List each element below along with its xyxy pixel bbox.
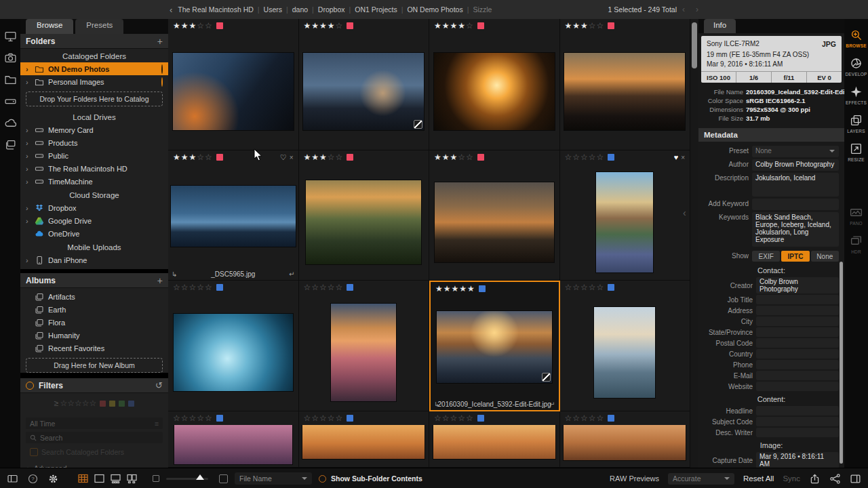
color-label[interactable] (477, 22, 484, 29)
chevron-right-icon[interactable]: › (26, 178, 31, 186)
photo-thumbnail[interactable] (174, 425, 292, 464)
share-icon[interactable] (829, 473, 841, 485)
subfolder-radio-icon[interactable] (319, 475, 326, 483)
mobile-device-item[interactable]: ›Dan iPhone (20, 253, 168, 266)
like-heart-icon[interactable]: ♥ (674, 153, 679, 161)
photo-thumbnail[interactable] (173, 53, 294, 130)
color-label[interactable] (479, 285, 486, 292)
settings-gear-icon[interactable] (47, 473, 59, 485)
drop-folders-target[interactable]: Drop Your Folders Here to Catalog (26, 92, 163, 106)
field-input[interactable]: Mar 9, 2016 • 8:16:11 AM (756, 452, 839, 468)
photo-cell[interactable]: ☆☆☆☆☆ (429, 411, 560, 468)
star-rating[interactable]: ★★★☆☆ (173, 21, 213, 30)
view-compare-icon[interactable] (126, 473, 138, 485)
new-album-drop-target[interactable]: Drag Here for New Album (26, 358, 163, 373)
color-label[interactable] (347, 284, 353, 291)
module-layers[interactable]: LAYERS (847, 114, 865, 134)
chevron-right-icon[interactable]: › (26, 65, 31, 73)
breadcrumb-item[interactable]: Sizzle (473, 5, 492, 14)
color-label[interactable] (216, 22, 223, 29)
chevron-right-icon[interactable]: › (26, 139, 31, 147)
show-option-exif[interactable]: EXIF (752, 251, 780, 262)
chevron-right-icon[interactable]: › (26, 204, 31, 212)
photo-cell[interactable]: ★★★★★↳20160309_Iceland_5392-Edit-Edit.jp… (429, 281, 560, 411)
slider-thumb[interactable] (196, 474, 204, 480)
view-photo-icon[interactable] (94, 473, 105, 485)
module-effects[interactable]: EFFECTS (846, 85, 867, 105)
metadata-header[interactable]: Metadata (698, 128, 844, 142)
help-icon[interactable]: ? (27, 473, 39, 485)
photo-thumbnail[interactable] (437, 311, 552, 383)
metadata-scrollbar-thumb[interactable] (840, 262, 843, 464)
shared-folder-icon[interactable] (4, 73, 17, 86)
drive-item[interactable]: ›Products (20, 136, 168, 149)
prev-photo-icon[interactable]: ‹ (682, 5, 685, 14)
photo-thumbnail[interactable] (435, 182, 554, 262)
albums-header[interactable]: Albums + (20, 273, 168, 288)
star-rating[interactable]: ★★★☆☆ (304, 152, 344, 162)
display-icon[interactable] (4, 30, 17, 43)
field-input[interactable] (756, 338, 839, 348)
chevron-right-icon[interactable]: › (26, 165, 31, 173)
breadcrumb-item[interactable]: Dropbox (318, 5, 345, 14)
photo-thumbnail[interactable] (302, 425, 425, 459)
color-label[interactable] (608, 22, 614, 29)
field-input[interactable] (756, 371, 839, 380)
color-label[interactable] (608, 284, 614, 291)
field-input[interactable] (756, 417, 839, 426)
module-hdr[interactable]: HDR (850, 235, 863, 254)
photo-cell[interactable]: ★★★★☆ (429, 19, 560, 150)
album-item[interactable]: ›Flora (20, 316, 168, 329)
view-grid-icon[interactable] (77, 473, 89, 485)
cloud-item[interactable]: ›Dropbox (20, 201, 168, 214)
filters-reset-icon[interactable]: ↺ (155, 380, 163, 390)
show-option-none[interactable]: None (811, 251, 839, 262)
field-input[interactable] (756, 317, 839, 326)
photo-thumbnail[interactable] (434, 53, 555, 130)
reset-all-button[interactable]: Reset All (743, 474, 774, 483)
field-input[interactable] (756, 349, 839, 359)
time-range-filter[interactable]: All Time ≡ (26, 418, 163, 429)
photo-stack-icon[interactable] (4, 138, 17, 151)
reject-x-icon[interactable]: × (681, 154, 685, 161)
star-rating[interactable]: ☆☆☆☆☆ (565, 413, 605, 423)
reject-x-icon[interactable]: × (290, 154, 294, 161)
color-label[interactable] (347, 154, 353, 161)
keywords-field[interactable]: Black Sand Beach, Europe, Iceberg, Icela… (752, 212, 839, 247)
sort-dropdown[interactable]: File Name (235, 472, 312, 485)
color-label[interactable] (347, 415, 353, 422)
tab-browse[interactable]: Browse (26, 19, 73, 34)
preset-dropdown[interactable]: None (752, 146, 839, 157)
chevron-right-icon[interactable]: › (26, 78, 31, 86)
folders-header[interactable]: Folders + (20, 34, 168, 49)
camera-icon[interactable] (4, 52, 17, 64)
chevron-right-icon[interactable]: › (26, 217, 31, 225)
module-resize[interactable]: RESIZE (848, 142, 865, 162)
photo-cell[interactable]: ☆☆☆☆☆ (560, 281, 691, 411)
cataloged-folder-item[interactable]: ›ON Demo Photos (20, 62, 168, 75)
module-develop[interactable]: DEVELOP (845, 57, 867, 77)
photo-thumbnail[interactable] (171, 186, 296, 247)
star-rating[interactable]: ☆☆☆☆☆ (304, 413, 344, 423)
photo-thumbnail[interactable] (174, 314, 293, 391)
photo-thumbnail[interactable] (596, 172, 653, 272)
field-input[interactable]: Colby Brown Photography (756, 277, 839, 293)
star-rating[interactable]: ★★★☆☆ (565, 21, 605, 30)
star-rating[interactable]: ★★★★★ (435, 284, 475, 293)
photo-cell[interactable]: ☆☆☆☆☆ (560, 411, 691, 468)
color-label[interactable] (216, 415, 223, 422)
back-chevron-icon[interactable]: ‹ (170, 5, 172, 15)
star-rating[interactable]: ☆☆☆☆☆ (565, 283, 605, 292)
photo-thumbnail[interactable] (306, 180, 421, 264)
breadcrumb-item[interactable]: The Real Macintosh HD (178, 5, 253, 14)
field-input[interactable] (756, 306, 839, 315)
color-label[interactable] (347, 22, 353, 29)
cloud-icon[interactable] (4, 117, 17, 129)
photo-cell[interactable]: ★★★☆☆ (560, 19, 691, 150)
rating-filter[interactable]: ≥☆☆☆☆☆ (20, 393, 168, 415)
star-rating[interactable]: ☆☆☆☆☆ (434, 413, 474, 423)
module-browse[interactable]: BROWSE (846, 28, 866, 48)
author-field[interactable]: Colby Brown Photography (752, 159, 839, 171)
color-label[interactable] (608, 415, 614, 422)
cloud-item[interactable]: ›Google Drive (20, 214, 168, 227)
